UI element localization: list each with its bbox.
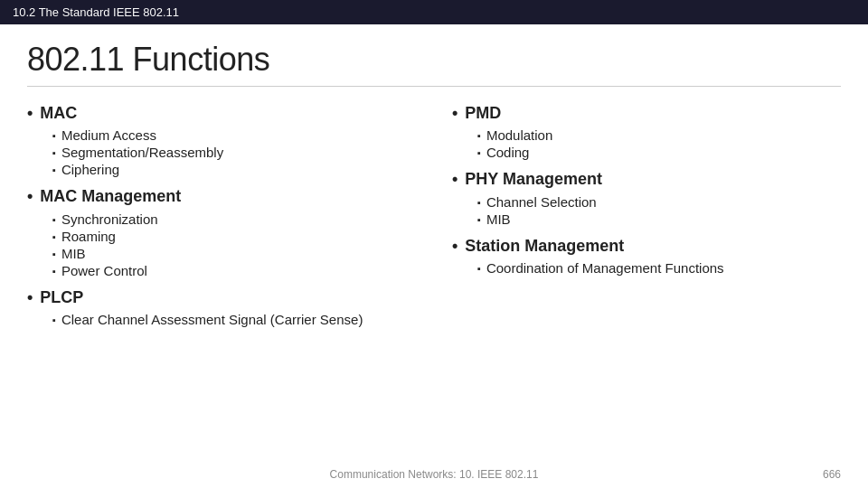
sub-item-power-control-label: Power Control bbox=[61, 263, 147, 278]
header-bar: 10.2 The Standard IEEE 802.11 bbox=[0, 0, 868, 24]
sub-list-phy-management: Channel Selection MIB bbox=[477, 194, 841, 227]
sub-item-channel-selection: Channel Selection bbox=[477, 194, 841, 210]
main-content: 802.11 Functions MAC Medium Access Segme… bbox=[0, 24, 868, 338]
sub-list-plcp: Clear Channel Assessment Signal (Carrier… bbox=[52, 312, 416, 327]
sub-item-coding-label: Coding bbox=[486, 145, 530, 160]
sub-item-mib-phy-label: MIB bbox=[486, 211, 511, 227]
footer-center-text: Communication Networks: 10. IEEE 802.11 bbox=[330, 468, 539, 481]
sub-item-clear-channel: Clear Channel Assessment Signal (Carrier… bbox=[52, 312, 416, 327]
sub-item-mib-mac: MIB bbox=[52, 246, 416, 261]
sub-item-ciphering-label: Ciphering bbox=[61, 162, 119, 177]
sub-item-modulation: Modulation bbox=[477, 127, 841, 143]
sub-item-medium-access: Medium Access bbox=[52, 127, 416, 143]
sub-list-mac: Medium Access Segmentation/Reassembly Ci… bbox=[52, 127, 416, 177]
bullet-pmd: PMD bbox=[452, 103, 841, 124]
sub-item-mib-mac-label: MIB bbox=[61, 246, 86, 261]
divider bbox=[27, 86, 841, 87]
bullet-mac-management: MAC Management bbox=[27, 186, 416, 207]
sub-item-coding: Coding bbox=[477, 145, 841, 160]
columns-container: MAC Medium Access Segmentation/Reassembl… bbox=[27, 103, 841, 329]
bullet-pmd-label: PMD bbox=[465, 103, 501, 124]
bullet-plcp: PLCP bbox=[27, 287, 416, 308]
sub-list-station-management: Coordination of Management Functions bbox=[477, 260, 841, 276]
sub-item-coordination: Coordination of Management Functions bbox=[477, 260, 841, 276]
footer-page-number: 666 bbox=[823, 468, 841, 481]
footer: Communication Networks: 10. IEEE 802.11 bbox=[0, 468, 868, 481]
sub-item-roaming-label: Roaming bbox=[61, 229, 116, 244]
sub-item-clear-channel-label: Clear Channel Assessment Signal (Carrier… bbox=[61, 312, 363, 327]
bullet-mac: MAC bbox=[27, 103, 416, 124]
sub-list-pmd: Modulation Coding bbox=[477, 127, 841, 160]
bullet-phy-management: PHY Management bbox=[452, 169, 841, 190]
sub-item-synchronization: Synchronization bbox=[52, 211, 416, 227]
bullet-station-management-label: Station Management bbox=[465, 236, 624, 257]
page-title: 802.11 Functions bbox=[27, 41, 841, 79]
sub-item-roaming: Roaming bbox=[52, 229, 416, 244]
left-column: MAC Medium Access Segmentation/Reassembl… bbox=[27, 103, 434, 329]
sub-item-medium-access-label: Medium Access bbox=[61, 127, 156, 143]
sub-item-ciphering: Ciphering bbox=[52, 162, 416, 177]
right-column: PMD Modulation Coding PHY Management Cha… bbox=[434, 103, 841, 329]
sub-item-power-control: Power Control bbox=[52, 263, 416, 278]
bullet-mac-label: MAC bbox=[40, 103, 77, 124]
sub-item-mib-phy: MIB bbox=[477, 211, 841, 227]
sub-item-modulation-label: Modulation bbox=[486, 127, 552, 143]
sub-item-coordination-label: Coordination of Management Functions bbox=[486, 260, 724, 276]
sub-list-mac-management: Synchronization Roaming MIB Power Contro… bbox=[52, 211, 416, 278]
header-title: 10.2 The Standard IEEE 802.11 bbox=[13, 5, 179, 19]
bullet-plcp-label: PLCP bbox=[40, 287, 83, 308]
sub-item-segmentation-label: Segmentation/Reassembly bbox=[61, 145, 223, 160]
bullet-phy-management-label: PHY Management bbox=[465, 169, 602, 190]
sub-item-synchronization-label: Synchronization bbox=[61, 211, 158, 227]
bullet-mac-management-label: MAC Management bbox=[40, 186, 181, 207]
bullet-station-management: Station Management bbox=[452, 236, 841, 257]
sub-item-channel-selection-label: Channel Selection bbox=[486, 194, 597, 210]
sub-item-segmentation: Segmentation/Reassembly bbox=[52, 145, 416, 160]
